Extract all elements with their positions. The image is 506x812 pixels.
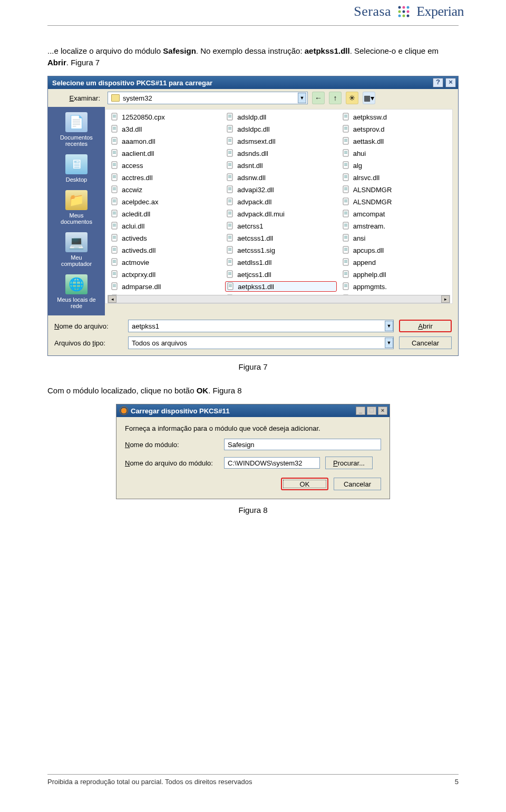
file-item[interactable]: ALSNDMGR	[341, 196, 452, 207]
ok-button[interactable]: OK	[281, 478, 328, 490]
place-network[interactable]: 🌐 Meus locais de rede	[51, 272, 102, 312]
place-my-docs[interactable]: 📁 Meus documentos	[51, 188, 102, 228]
file-item[interactable]: aetcsss1.sig	[225, 245, 336, 255]
filename-input[interactable]: aetpkss1 ▼	[128, 320, 394, 332]
file-item[interactable]: aetsprov.d	[341, 124, 452, 134]
file-item[interactable]: aetpkssw.d	[341, 112, 452, 122]
file-list-pane[interactable]: 12520850.cpxa3d.dllaaamon.dllaaclient.dl…	[105, 109, 453, 304]
file-icon	[226, 258, 235, 266]
file-item[interactable]: aaamon.dll	[110, 136, 221, 146]
file-item[interactable]: apphelp.dll	[341, 269, 452, 280]
cancel-button[interactable]: Cancelar	[399, 336, 452, 349]
file-item[interactable]: adsldpc.dll	[225, 124, 336, 134]
file-item[interactable]: accwiz	[110, 184, 221, 195]
file-item[interactable]: access	[110, 160, 221, 171]
look-in-dropdown[interactable]: system32 ▼	[108, 92, 308, 104]
help-button[interactable]: ?	[433, 78, 443, 87]
file-item[interactable]: advapi32.dll	[225, 184, 336, 195]
file-name: advpack.dll.mui	[237, 210, 285, 218]
file-item[interactable]: adsnt.dll	[225, 160, 336, 171]
place-my-computer[interactable]: 💻 Meu computador	[51, 230, 102, 270]
new-folder-icon[interactable]: ✳	[346, 92, 358, 104]
file-item[interactable]: alrsvc.dll	[341, 172, 452, 183]
file-item[interactable]: aaclient.dll	[110, 148, 221, 159]
up-level-icon[interactable]: ↑	[329, 92, 342, 104]
svg-rect-112	[228, 226, 231, 226]
file-item[interactable]: activeds	[110, 233, 221, 243]
minimize-button[interactable]: _	[356, 407, 365, 415]
file-name: adsldp.dll	[237, 113, 266, 121]
file-item[interactable]: aclui.dll	[110, 221, 221, 231]
svg-rect-140	[344, 117, 347, 117]
file-item[interactable]: appmgmts.	[341, 281, 452, 292]
open-button[interactable]: Abrir	[399, 320, 452, 332]
page-footer: Proibida a reprodução total ou parcial. …	[47, 774, 459, 786]
file-icon	[111, 149, 119, 157]
file-item[interactable]: acctres.dll	[110, 172, 221, 183]
figure-8-caption: Figura 8	[47, 506, 459, 514]
file-item[interactable]: advpack.dll.mui	[225, 209, 336, 219]
file-item[interactable]: admparse.dll	[110, 281, 221, 292]
file-item[interactable]: adsnw.dll	[225, 172, 336, 183]
intro-line-1: ...e localize o arquivo do módulo Safesi…	[47, 45, 459, 68]
maximize-button[interactable]: ☐	[367, 407, 376, 415]
svg-rect-78	[228, 127, 231, 127]
file-item[interactable]: acledit.dll	[110, 209, 221, 219]
close-button[interactable]: ×	[445, 78, 456, 87]
scroll-left-button[interactable]: ◂	[108, 295, 116, 303]
file-item[interactable]: aetdlss1.dll	[225, 257, 336, 268]
filetype-dropdown[interactable]: Todos os arquivos ▼	[128, 336, 394, 349]
place-desktop[interactable]: 🖥 Desktop	[51, 152, 102, 186]
file-item[interactable]: aetcsss1.dll	[225, 233, 336, 243]
svg-rect-58	[113, 260, 116, 261]
file-icon	[111, 161, 119, 170]
svg-rect-103	[228, 201, 231, 201]
chevron-down-icon[interactable]: ▼	[298, 93, 306, 103]
file-item[interactable]: adsmsext.dll	[225, 136, 336, 146]
svg-rect-15	[113, 128, 116, 128]
scroll-right-button[interactable]: ▸	[441, 295, 450, 303]
close-button[interactable]: ×	[378, 407, 387, 415]
brand-header: Serasa Experian	[354, 3, 464, 20]
file-item[interactable]: actxprxy.dll	[110, 269, 221, 280]
chevron-down-icon[interactable]: ▼	[385, 321, 393, 331]
dialog-titlebar[interactable]: Selecione um dispositivo PKCS#11 para ca…	[48, 76, 458, 89]
file-item[interactable]: alg	[341, 160, 452, 171]
file-name: aetcrss1	[237, 222, 263, 230]
file-item[interactable]: a3d.dll	[110, 124, 221, 134]
file-item[interactable]: adsnds.dll	[225, 148, 336, 159]
svg-rect-188	[344, 262, 347, 263]
file-item[interactable]: advpack.dll	[225, 196, 336, 207]
file-item[interactable]: 12520850.cpx	[110, 112, 221, 122]
horizontal-scrollbar[interactable]: ◂ ▸	[108, 295, 450, 303]
file-icon	[111, 185, 119, 194]
browse-button[interactable]: Procurar...	[325, 457, 373, 469]
file-item[interactable]: actmovie	[110, 257, 221, 268]
view-menu-icon[interactable]: ▦▾	[363, 92, 375, 104]
file-item[interactable]: amstream.	[341, 221, 452, 231]
file-item[interactable]: ansi	[341, 233, 452, 243]
svg-rect-52	[113, 238, 116, 239]
svg-rect-101	[227, 198, 232, 205]
chevron-down-icon[interactable]: ▼	[385, 338, 393, 348]
file-item[interactable]: adsldp.dll	[225, 112, 336, 122]
file-item[interactable]: append	[341, 257, 452, 268]
file-item[interactable]: aettask.dll	[341, 136, 452, 146]
file-item[interactable]: apcups.dll	[341, 245, 452, 255]
file-item[interactable]: amcompat	[341, 209, 452, 219]
file-item[interactable]: acelpdec.ax	[110, 196, 221, 207]
dialog2-titlebar[interactable]: Carregar dispositivo PKCS#11 _ ☐ ×	[116, 404, 390, 417]
back-icon[interactable]: ←	[312, 92, 325, 104]
file-icon	[226, 270, 235, 279]
file-item[interactable]: aetpkss1.dll	[225, 281, 336, 292]
module-filename-input[interactable]	[224, 457, 320, 469]
cancel-button[interactable]: Cancelar	[334, 478, 381, 490]
file-item[interactable]: activeds.dll	[110, 245, 221, 255]
file-item[interactable]: ALSNDMGR	[341, 184, 452, 195]
module-name-input[interactable]	[224, 439, 381, 450]
file-item[interactable]: ahui	[341, 148, 452, 159]
file-item[interactable]: aetjcss1.dll	[225, 269, 336, 280]
place-recent-docs[interactable]: 📄 Documentos recentes	[51, 110, 102, 150]
file-item[interactable]: aetcrss1	[225, 221, 336, 231]
file-name: ahui	[353, 150, 366, 157]
